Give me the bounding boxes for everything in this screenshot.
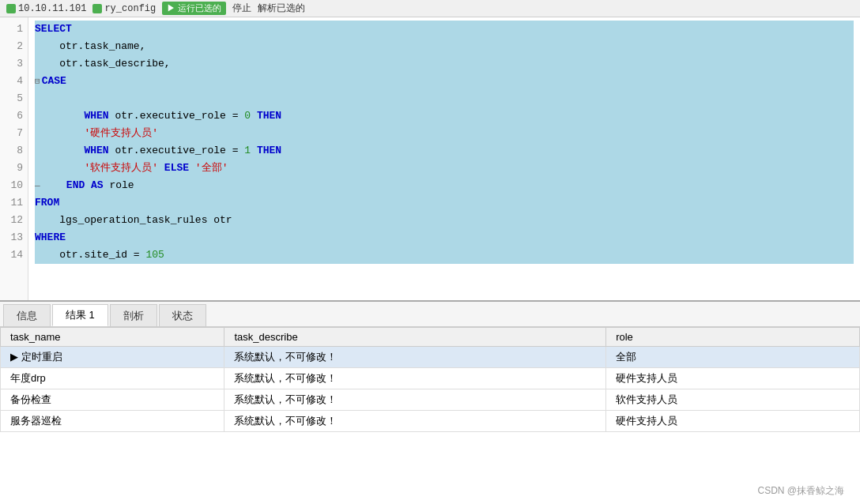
code-token: FROM bbox=[35, 194, 59, 212]
table-row[interactable]: 年度drp系统默认，不可修改！硬件支持人员 bbox=[1, 368, 860, 389]
code-line: '软件支持人员' ELSE '全部' bbox=[35, 160, 854, 177]
run-btn-item[interactable]: ▶ 运行已选的 bbox=[162, 2, 226, 15]
code-token: CASE bbox=[42, 73, 66, 90]
code-line: ⊟CASE bbox=[35, 73, 854, 90]
code-token: otr.site_id = bbox=[59, 246, 145, 264]
results-area[interactable]: task_nametask_describerole 定时重启系统默认，不可修改… bbox=[0, 327, 860, 504]
line-numbers: 1234567891011121314 bbox=[0, 17, 28, 300]
collapse-icon[interactable]: ⊟ bbox=[35, 73, 40, 90]
tab-状态[interactable]: 状态 bbox=[159, 304, 206, 326]
table-cell-role: 硬件支持人员 bbox=[606, 411, 860, 432]
line-number: 5 bbox=[5, 90, 23, 107]
line-number: 7 bbox=[5, 125, 23, 142]
line-number: 8 bbox=[5, 142, 23, 160]
code-token: '硬件支持人员' bbox=[84, 125, 158, 142]
line-number: 3 bbox=[5, 55, 23, 73]
code-token: WHEN bbox=[84, 142, 115, 160]
code-token: WHERE bbox=[35, 229, 66, 246]
table-cell-task_name: 服务器巡检 bbox=[1, 411, 224, 432]
column-header-role: role bbox=[606, 328, 860, 347]
line-number: 6 bbox=[5, 107, 23, 125]
code-line: '硬件支持人员' bbox=[35, 125, 854, 142]
watermark: CSDN @抹香鲸之海 bbox=[757, 484, 844, 498]
code-token: 1 bbox=[244, 142, 251, 160]
code-token: lgs_operation_task_rules otr bbox=[59, 212, 232, 229]
stop-item: 停止 bbox=[232, 2, 251, 15]
table-cell-task_name: 备份检查 bbox=[1, 389, 224, 411]
code-token: otr.executive_role = bbox=[115, 142, 244, 160]
code-line: lgs_operation_task_rules otr bbox=[35, 212, 854, 229]
code-token: otr.executive_role = bbox=[115, 107, 244, 125]
code-token: 0 bbox=[244, 107, 251, 125]
top-bar: 10.10.11.101 ry_config ▶ 运行已选的 停止 解析已选的 bbox=[0, 0, 860, 17]
table-row[interactable]: 定时重启系统默认，不可修改！全部 bbox=[1, 347, 860, 368]
explain-label: 解析已选的 bbox=[258, 2, 305, 15]
collapse-end-icon: — bbox=[35, 177, 40, 194]
code-token: role bbox=[109, 177, 134, 194]
results-table: task_nametask_describerole 定时重启系统默认，不可修改… bbox=[0, 327, 860, 432]
code-line: WHEN otr.executive_role = 0 THEN bbox=[35, 107, 854, 125]
code-token: ELSE bbox=[164, 160, 195, 177]
table-cell-role: 软件支持人员 bbox=[606, 389, 860, 411]
db-icon bbox=[92, 4, 102, 13]
stop-label: 停止 bbox=[232, 2, 251, 15]
column-header-task_describe: task_describe bbox=[224, 328, 606, 347]
code-line: otr.task_name, bbox=[35, 38, 854, 55]
code-token: '软件支持人员' bbox=[84, 160, 164, 177]
code-token: WHEN bbox=[84, 107, 115, 125]
column-header-task_name: task_name bbox=[1, 328, 224, 347]
code-line: FROM bbox=[35, 194, 854, 212]
code-token: '全部' bbox=[195, 160, 228, 177]
tab-信息[interactable]: 信息 bbox=[3, 304, 51, 326]
line-number: 9 bbox=[5, 160, 23, 177]
code-line: SELECT bbox=[35, 21, 854, 38]
line-number: 2 bbox=[5, 38, 23, 55]
line-number: 12 bbox=[5, 212, 23, 229]
table-cell-task_name: 年度drp bbox=[1, 368, 224, 389]
line-number: 4 bbox=[5, 73, 23, 90]
table-cell-role: 硬件支持人员 bbox=[606, 368, 860, 389]
code-line: WHEN otr.executive_role = 1 THEN bbox=[35, 142, 854, 160]
code-line: otr.site_id = 105 bbox=[35, 246, 854, 264]
table-cell-role: 全部 bbox=[606, 347, 860, 368]
code-token: 105 bbox=[145, 246, 164, 264]
table-cell-task_describe: 系统默认，不可修改！ bbox=[224, 368, 606, 389]
line-number: 11 bbox=[5, 194, 23, 212]
code-line: WHERE bbox=[35, 229, 854, 246]
line-number: 1 bbox=[5, 21, 23, 38]
table-cell-task_describe: 系统默认，不可修改！ bbox=[224, 347, 606, 368]
table-cell-task_name: 定时重启 bbox=[1, 347, 224, 368]
table-cell-task_describe: 系统默认，不可修改！ bbox=[224, 411, 606, 432]
code-line: — END AS role bbox=[35, 177, 854, 194]
connection-label: 10.10.11.101 bbox=[18, 3, 86, 14]
code-line bbox=[35, 90, 854, 107]
table-cell-task_describe: 系统默认，不可修改！ bbox=[224, 389, 606, 411]
main-container: 10.10.11.101 ry_config ▶ 运行已选的 停止 解析已选的 … bbox=[0, 0, 860, 504]
connection-status-icon bbox=[6, 4, 16, 13]
code-token: THEN bbox=[251, 107, 281, 125]
code-token: AS bbox=[91, 177, 109, 194]
code-line: otr.task_describe, bbox=[35, 55, 854, 73]
connection-item: 10.10.11.101 bbox=[6, 3, 86, 14]
table-row[interactable]: 备份检查系统默认，不可修改！软件支持人员 bbox=[1, 389, 860, 411]
tab-结果 1[interactable]: 结果 1 bbox=[52, 304, 108, 326]
code-token: otr.task_name, bbox=[59, 38, 145, 55]
code-token: THEN bbox=[251, 142, 281, 160]
run-button[interactable]: ▶ 运行已选的 bbox=[162, 2, 226, 15]
table-row[interactable]: 服务器巡检系统默认，不可修改！硬件支持人员 bbox=[1, 411, 860, 432]
code-token: otr.task_describe, bbox=[59, 55, 170, 73]
tab-剖析[interactable]: 剖析 bbox=[110, 304, 157, 326]
explain-item: 解析已选的 bbox=[258, 2, 305, 15]
line-number: 14 bbox=[5, 246, 23, 264]
code-token: SELECT bbox=[35, 21, 72, 38]
line-number: 10 bbox=[5, 177, 23, 194]
code-content[interactable]: SELECT otr.task_name, otr.task_describe,… bbox=[28, 17, 860, 300]
db-label: ry_config bbox=[104, 3, 156, 14]
code-token: END bbox=[66, 177, 91, 194]
db-item: ry_config bbox=[92, 3, 156, 14]
tab-bar: 信息结果 1剖析状态 bbox=[0, 302, 860, 327]
line-number: 13 bbox=[5, 229, 23, 246]
editor-area[interactable]: 1234567891011121314 SELECT otr.task_name… bbox=[0, 17, 860, 302]
